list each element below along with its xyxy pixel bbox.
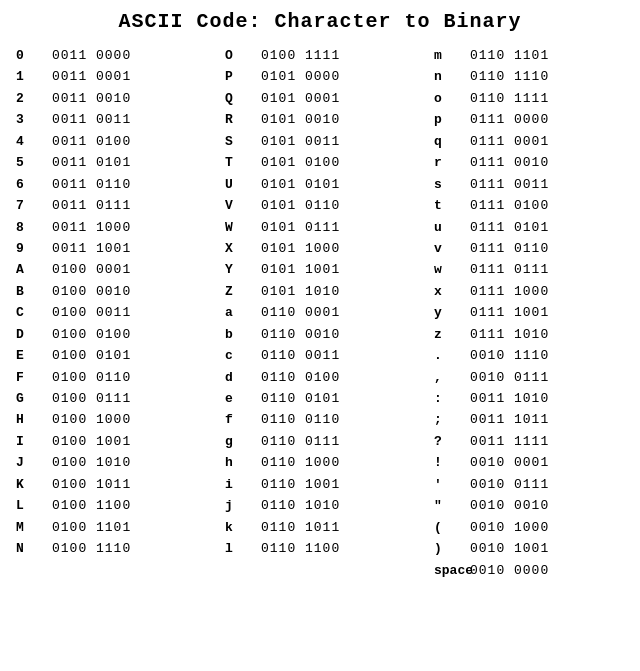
binary-cell: 0101 0110 — [261, 195, 341, 216]
table-row: ,0010 0111 — [434, 367, 624, 388]
char-cell: ( — [434, 517, 470, 538]
table-row: u0111 0101 — [434, 217, 624, 238]
binary-cell: 0010 0001 — [470, 452, 550, 473]
binary-cell: 0101 0001 — [261, 88, 341, 109]
binary-cell: 0011 1001 — [52, 238, 132, 259]
table-row: X0101 1000 — [225, 238, 415, 259]
char-cell: K — [16, 474, 52, 495]
binary-cell: 0011 0100 — [52, 131, 132, 152]
char-cell: a — [225, 302, 261, 323]
ascii-table: 00011 000010011 000120011 001030011 0011… — [16, 45, 624, 581]
table-row: P0101 0000 — [225, 66, 415, 87]
binary-cell: 0011 0101 — [52, 152, 132, 173]
table-row: Q0101 0001 — [225, 88, 415, 109]
char-cell: 0 — [16, 45, 52, 66]
table-row: 90011 1001 — [16, 238, 206, 259]
binary-cell: 0011 0111 — [52, 195, 132, 216]
binary-cell: 0011 0001 — [52, 66, 132, 87]
table-row: 70011 0111 — [16, 195, 206, 216]
binary-cell: 0110 1011 — [261, 517, 341, 538]
char-cell: A — [16, 259, 52, 280]
char-cell: E — [16, 345, 52, 366]
table-row: .0010 1110 — [434, 345, 624, 366]
binary-cell: 0111 0101 — [470, 217, 550, 238]
binary-cell: 0100 1110 — [52, 538, 132, 559]
table-row: z0111 1010 — [434, 324, 624, 345]
table-row: ;0011 1011 — [434, 409, 624, 430]
table-row: ?0011 1111 — [434, 431, 624, 452]
table-row: s0111 0011 — [434, 174, 624, 195]
char-cell: 4 — [16, 131, 52, 152]
binary-cell: 0110 0011 — [261, 345, 341, 366]
table-row: A0100 0001 — [16, 259, 206, 280]
table-row: D0100 0100 — [16, 324, 206, 345]
table-row: q0111 0001 — [434, 131, 624, 152]
table-row: x0111 1000 — [434, 281, 624, 302]
char-cell: z — [434, 324, 470, 345]
binary-cell: 0101 0111 — [261, 217, 341, 238]
binary-cell: 0010 0111 — [470, 474, 550, 495]
table-row: 00011 0000 — [16, 45, 206, 66]
binary-cell: 0101 0000 — [261, 66, 341, 87]
table-row: M0100 1101 — [16, 517, 206, 538]
binary-cell: 0100 0010 — [52, 281, 132, 302]
table-row: i0110 1001 — [225, 474, 415, 495]
table-row: L0100 1100 — [16, 495, 206, 516]
char-cell: ) — [434, 538, 470, 559]
char-cell: D — [16, 324, 52, 345]
column-2: m0110 1101n0110 1110o0110 1111p0111 0000… — [434, 45, 624, 581]
table-row: V0101 0110 — [225, 195, 415, 216]
char-cell: Z — [225, 281, 261, 302]
table-row: H0100 1000 — [16, 409, 206, 430]
binary-cell: 0110 0010 — [261, 324, 341, 345]
table-row: 40011 0100 — [16, 131, 206, 152]
table-row: C0100 0011 — [16, 302, 206, 323]
char-cell: H — [16, 409, 52, 430]
char-cell: M — [16, 517, 52, 538]
char-cell: n — [434, 66, 470, 87]
binary-cell: 0011 0110 — [52, 174, 132, 195]
table-row: I0100 1001 — [16, 431, 206, 452]
table-row: f0110 0110 — [225, 409, 415, 430]
table-row: 50011 0101 — [16, 152, 206, 173]
char-cell: space — [434, 560, 470, 581]
char-cell: Q — [225, 88, 261, 109]
char-cell: h — [225, 452, 261, 473]
table-row: 20011 0010 — [16, 88, 206, 109]
table-row: Z0101 1010 — [225, 281, 415, 302]
char-cell: r — [434, 152, 470, 173]
binary-cell: 0100 0011 — [52, 302, 132, 323]
table-row: space0010 0000 — [434, 560, 624, 581]
char-cell: R — [225, 109, 261, 130]
binary-cell: 0110 1001 — [261, 474, 341, 495]
char-cell: 6 — [16, 174, 52, 195]
char-cell: " — [434, 495, 470, 516]
table-row: r0111 0010 — [434, 152, 624, 173]
binary-cell: 0111 0110 — [470, 238, 550, 259]
binary-cell: 0011 1010 — [470, 388, 550, 409]
char-cell: f — [225, 409, 261, 430]
binary-cell: 0110 0111 — [261, 431, 341, 452]
table-row: m0110 1101 — [434, 45, 624, 66]
table-row: T0101 0100 — [225, 152, 415, 173]
binary-cell: 0100 0100 — [52, 324, 132, 345]
binary-cell: 0110 0100 — [261, 367, 341, 388]
binary-cell: 0100 1101 — [52, 517, 132, 538]
char-cell: t — [434, 195, 470, 216]
table-row: G0100 0111 — [16, 388, 206, 409]
table-row: c0110 0011 — [225, 345, 415, 366]
binary-cell: 0110 1111 — [470, 88, 550, 109]
table-row: a0110 0001 — [225, 302, 415, 323]
char-cell: O — [225, 45, 261, 66]
char-cell: s — [434, 174, 470, 195]
char-cell: 5 — [16, 152, 52, 173]
char-cell: Y — [225, 259, 261, 280]
table-row: g0110 0111 — [225, 431, 415, 452]
table-row: p0111 0000 — [434, 109, 624, 130]
binary-cell: 0110 1110 — [470, 66, 550, 87]
binary-cell: 0110 0001 — [261, 302, 341, 323]
table-row: R0101 0010 — [225, 109, 415, 130]
char-cell: V — [225, 195, 261, 216]
binary-cell: 0110 1010 — [261, 495, 341, 516]
binary-cell: 0110 1100 — [261, 538, 341, 559]
